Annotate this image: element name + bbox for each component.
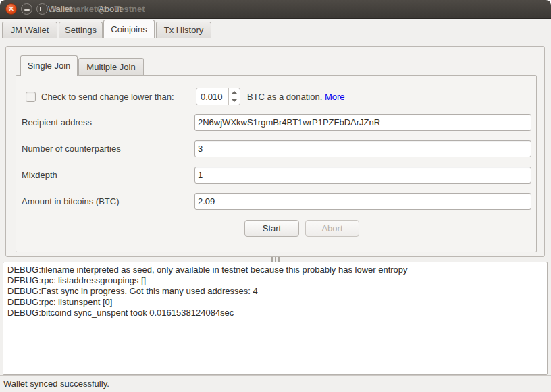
minimize-glyph: [24, 9, 30, 11]
close-icon[interactable]: ✕: [5, 3, 17, 15]
log-line: DEBUG:bitcoind sync_unspent took 0.01615…: [7, 308, 543, 318]
spin-up-icon[interactable]: [232, 91, 237, 94]
menu-item-about[interactable]: About: [99, 4, 122, 14]
coinjoins-groupbox: Single Join Multiple Join Check to send …: [5, 46, 545, 257]
abort-button[interactable]: Abort: [305, 220, 359, 237]
minimize-icon[interactable]: [21, 3, 32, 15]
log-line: DEBUG:rpc: listaddressgroupings []: [7, 275, 543, 286]
donation-checkbox[interactable]: [26, 92, 36, 102]
counterparties-input[interactable]: [194, 140, 531, 157]
log-line: DEBUG:rpc: listunspent [0]: [7, 297, 543, 308]
splitter-handle[interactable]: [0, 257, 551, 262]
tab-settings[interactable]: Settings: [59, 22, 103, 38]
status-message: Wallet synced successfully.: [3, 379, 109, 389]
tab-single-join[interactable]: Single Join: [20, 55, 78, 76]
debug-log[interactable]: DEBUG:filename interpreted as seed, only…: [3, 262, 548, 375]
tab-jm-wallet[interactable]: JM Wallet: [2, 22, 57, 38]
start-button[interactable]: Start: [244, 220, 299, 237]
recipient-address-label: Recipient address: [22, 117, 92, 128]
more-link[interactable]: More: [325, 92, 345, 102]
recipient-address-input[interactable]: [194, 114, 531, 131]
amount-label: Amount in bitcoins (BTC): [22, 196, 120, 206]
donation-suffix-text: BTC as a donation.: [247, 92, 325, 102]
tab-coinjoins[interactable]: Coinjoins: [103, 20, 155, 38]
donation-label: Check to send change lower than:: [41, 92, 174, 102]
tab-tx-history[interactable]: Tx History: [156, 22, 211, 38]
mixdepth-input[interactable]: [194, 167, 531, 184]
single-join-pane: Check to send change lower than: BTC as …: [16, 75, 537, 252]
amount-input[interactable]: [194, 193, 531, 210]
tab-multiple-join[interactable]: Multiple Join: [78, 58, 144, 76]
log-line: DEBUG:Fast sync in progress. Got this ma…: [7, 286, 543, 297]
maximize-glyph: [40, 7, 45, 11]
status-bar: Wallet synced successfully.: [0, 375, 551, 392]
donation-amount-input[interactable]: [196, 88, 228, 105]
menu-item-wallet[interactable]: Wallet: [48, 4, 72, 14]
log-line: DEBUG:filename interpreted as seed, only…: [7, 264, 543, 275]
counterparties-label: Number of counterparties: [22, 144, 121, 154]
spinbox-buttons: [228, 88, 240, 105]
donation-spinbox: [196, 88, 240, 105]
donation-suffix: BTC as a donation. More: [247, 92, 345, 102]
mixdepth-label: Mixdepth: [22, 170, 57, 180]
spin-down-icon[interactable]: [232, 99, 237, 102]
tab-baseline: [0, 38, 551, 38]
title-bar: ✕ JoinmarketQt - Testnet Wallet About: [0, 0, 551, 19]
maximize-icon[interactable]: [36, 3, 48, 15]
app-window: ✕ JoinmarketQt - Testnet Wallet About JM…: [0, 0, 551, 392]
